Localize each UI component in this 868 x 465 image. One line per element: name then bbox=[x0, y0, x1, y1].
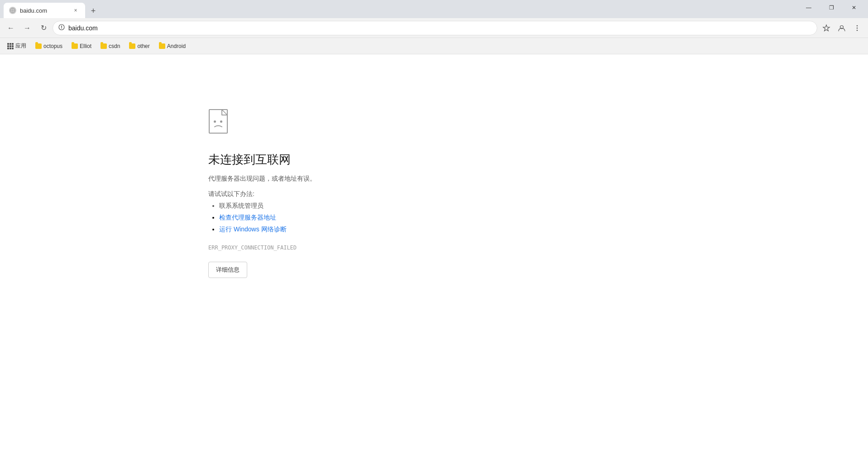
svg-point-7 bbox=[857, 25, 858, 26]
bookmark-android-label: Android bbox=[167, 43, 186, 49]
security-icon bbox=[58, 24, 65, 32]
error-title: 未连接到互联网 bbox=[208, 152, 291, 168]
details-button[interactable]: 详细信息 bbox=[208, 262, 247, 278]
bookmark-star-button[interactable] bbox=[819, 21, 834, 35]
check-proxy-link[interactable]: 检查代理服务器地址 bbox=[219, 214, 276, 221]
nav-right-buttons bbox=[819, 21, 864, 35]
menu-button[interactable] bbox=[850, 21, 864, 35]
folder-icon bbox=[159, 43, 165, 49]
bookmark-other-label: other bbox=[137, 43, 149, 49]
page-content: 未连接到互联网 代理服务器出现问题，或者地址有误。 请试试以下办法: 联系系统管… bbox=[0, 54, 868, 465]
address-bar[interactable]: baidu.com bbox=[53, 21, 817, 35]
window-controls: — ❐ ✕ bbox=[798, 1, 864, 14]
bookmarks-bar: 应用 octopus Elliot csdn other Android bbox=[0, 38, 868, 54]
bookmark-apps[interactable]: 应用 bbox=[4, 40, 30, 52]
refresh-button[interactable]: ↻ bbox=[36, 21, 51, 35]
bookmark-csdn-label: csdn bbox=[109, 43, 120, 49]
folder-icon bbox=[129, 43, 135, 49]
bookmark-android[interactable]: Android bbox=[155, 41, 189, 51]
close-button[interactable]: ✕ bbox=[844, 1, 864, 14]
profile-button[interactable] bbox=[834, 21, 849, 35]
tab-close-button[interactable]: × bbox=[72, 6, 80, 14]
maximize-button[interactable]: ❐ bbox=[821, 1, 842, 14]
svg-point-8 bbox=[857, 27, 858, 29]
forward-button[interactable]: → bbox=[20, 21, 34, 35]
apps-grid-icon bbox=[7, 43, 14, 49]
error-suggestions-list: 联系系统管理员 检查代理服务器地址 运行 Windows 网络诊断 bbox=[208, 202, 287, 237]
list-item-run-diagnostics: 运行 Windows 网络诊断 bbox=[219, 225, 287, 234]
minimize-button[interactable]: — bbox=[798, 1, 819, 14]
bookmark-elliot-label: Elliot bbox=[80, 43, 91, 49]
error-illustration bbox=[208, 109, 235, 138]
address-text: baidu.com bbox=[68, 24, 811, 32]
active-tab[interactable]: baidu.com × bbox=[4, 3, 85, 18]
apps-label: 应用 bbox=[15, 42, 26, 50]
error-suggestions-label: 请试试以下办法: bbox=[208, 190, 254, 198]
tab-title: baidu.com bbox=[20, 7, 68, 14]
navigation-bar: ← → ↻ baidu.com bbox=[0, 18, 868, 38]
svg-point-9 bbox=[857, 29, 858, 31]
folder-icon bbox=[35, 43, 42, 49]
svg-rect-11 bbox=[214, 120, 216, 123]
tab-favicon bbox=[9, 7, 16, 14]
list-item-contact-admin: 联系系统管理员 bbox=[219, 202, 287, 210]
bookmark-octopus[interactable]: octopus bbox=[32, 41, 66, 51]
browser-window: baidu.com × + — ❐ ✕ ← → ↻ baidu.com bbox=[0, 0, 868, 465]
bookmark-other[interactable]: other bbox=[125, 41, 153, 51]
error-page: 未连接到互联网 代理服务器出现问题，或者地址有误。 请试试以下办法: 联系系统管… bbox=[0, 54, 868, 465]
folder-icon bbox=[101, 43, 107, 49]
svg-point-5 bbox=[61, 28, 62, 29]
title-bar: baidu.com × + — ❐ ✕ bbox=[0, 0, 868, 18]
tab-strip: baidu.com × + bbox=[4, 0, 795, 18]
bookmark-elliot[interactable]: Elliot bbox=[68, 41, 95, 51]
bookmark-csdn[interactable]: csdn bbox=[97, 41, 124, 51]
list-item-check-proxy: 检查代理服务器地址 bbox=[219, 214, 287, 222]
error-code: ERR_PROXY_CONNECTION_FAILED bbox=[208, 244, 297, 251]
folder-icon bbox=[72, 43, 78, 49]
run-diagnostics-link[interactable]: 运行 Windows 网络诊断 bbox=[219, 225, 287, 233]
back-button[interactable]: ← bbox=[4, 21, 18, 35]
error-subtitle: 代理服务器出现问题，或者地址有误。 bbox=[208, 175, 316, 183]
new-tab-button[interactable]: + bbox=[87, 5, 100, 17]
bookmark-octopus-label: octopus bbox=[43, 43, 62, 49]
svg-rect-12 bbox=[220, 120, 222, 123]
